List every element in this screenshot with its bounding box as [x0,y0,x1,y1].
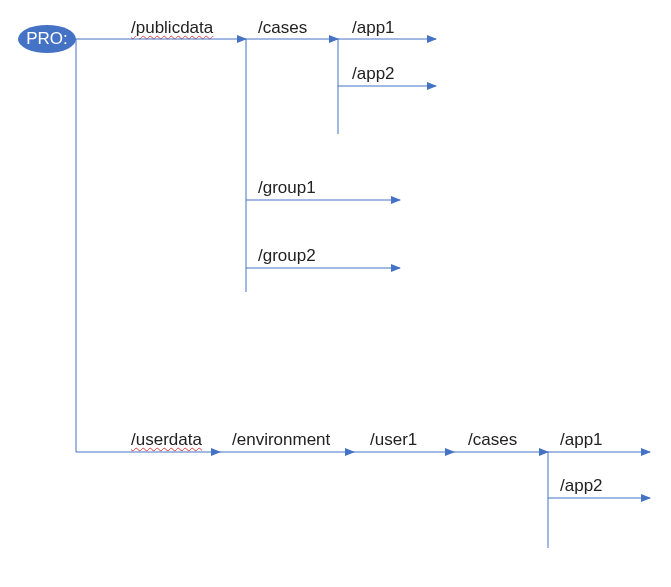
connectors-svg [0,0,671,587]
edge-root-userdata [76,39,220,452]
diagram-canvas: PRO: /publicdata /cases /app1 /app2 /gro… [0,0,671,587]
